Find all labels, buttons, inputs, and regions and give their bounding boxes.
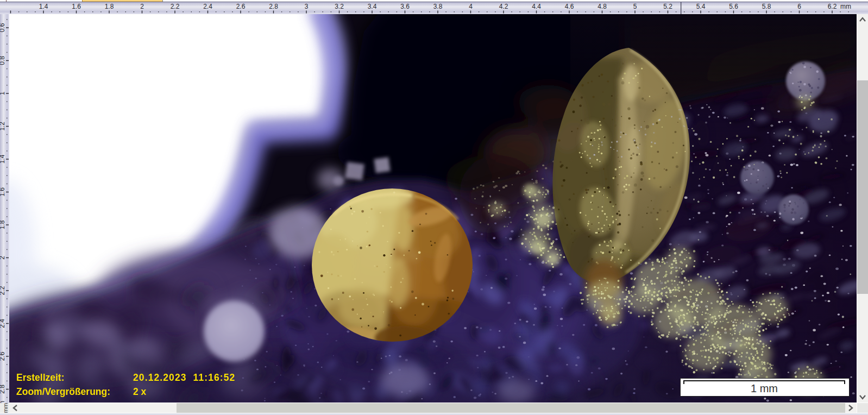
svg-text:1.6: 1.6 [0,187,6,197]
svg-text:mm: mm [840,3,851,10]
svg-text:2: 2 [0,256,6,260]
svg-text:5.2: 5.2 [663,3,672,10]
svg-text:6.2: 6.2 [828,3,837,10]
svg-text:2.8: 2.8 [269,3,278,10]
svg-text:1.6: 1.6 [72,3,81,10]
svg-text:1.8: 1.8 [105,3,114,10]
svg-text:6: 6 [797,3,801,10]
svg-text:5.8: 5.8 [762,3,771,10]
svg-text:2.4: 2.4 [0,319,6,328]
svg-text:2.6: 2.6 [236,3,246,10]
svg-text:1.2: 1.2 [0,122,6,131]
svg-text:3.6: 3.6 [400,3,410,10]
svg-text:5: 5 [633,3,637,10]
svg-text:0.8: 0.8 [0,56,6,65]
svg-text:5.4: 5.4 [696,3,706,10]
svg-text:2.6: 2.6 [0,351,6,361]
svg-text:3: 3 [305,3,309,10]
svg-text:mm: mm [2,403,9,413]
svg-text:4.8: 4.8 [597,3,607,10]
svg-text:3.8: 3.8 [433,3,443,10]
svg-text:1 mm: 1 mm [751,382,778,394]
svg-text:0.6: 0.6 [0,23,6,32]
svg-text:1: 1 [0,91,6,95]
svg-text:4.2: 4.2 [499,3,508,10]
svg-text:1.8: 1.8 [0,220,6,229]
svg-text:2.8: 2.8 [0,385,6,394]
svg-text:2.2: 2.2 [0,286,6,295]
svg-text:1.4: 1.4 [0,154,6,164]
svg-text:1.4: 1.4 [39,3,48,10]
svg-text:4.4: 4.4 [532,3,541,10]
svg-text:3.2: 3.2 [335,3,344,10]
svg-text:2.4: 2.4 [203,3,212,10]
svg-text:2: 2 [140,3,144,10]
svg-text:4: 4 [469,3,473,10]
svg-text:5.6: 5.6 [729,3,738,10]
svg-text:2.2: 2.2 [171,3,180,10]
svg-text:3.4: 3.4 [368,3,377,10]
svg-text:4.6: 4.6 [565,3,574,10]
